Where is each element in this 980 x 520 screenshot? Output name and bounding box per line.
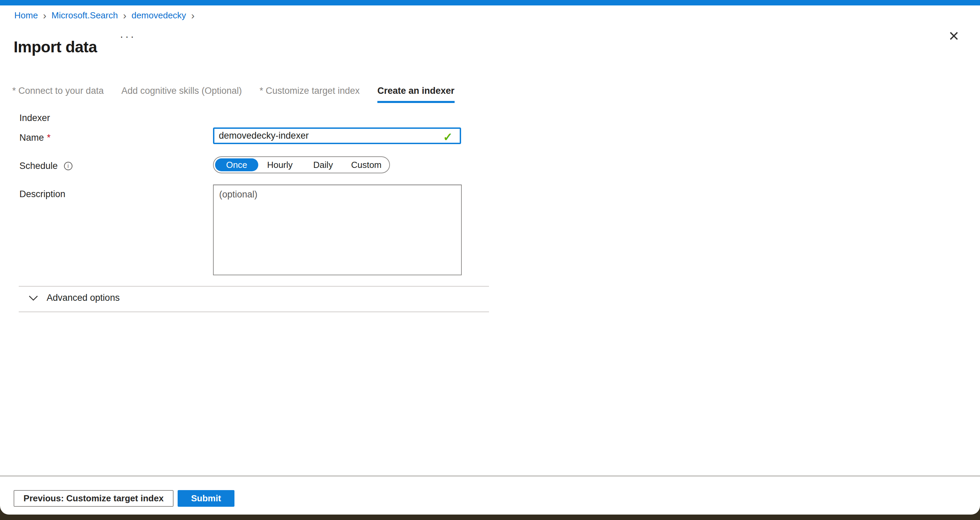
wizard-tabs: * Connect to your data Add cognitive ski… (12, 86, 455, 103)
breadcrumb-separator-icon: › (123, 11, 126, 20)
footer-divider (0, 476, 980, 477)
breadcrumb-home-link[interactable]: Home (14, 10, 38, 21)
schedule-option-daily[interactable]: Daily (301, 159, 345, 171)
schedule-option-once[interactable]: Once (215, 159, 258, 171)
tab-create-an-indexer[interactable]: Create an indexer (377, 86, 455, 103)
tab-customize-target-index[interactable]: * Customize target index (259, 86, 360, 103)
schedule-label-text: Schedule (19, 161, 58, 171)
import-data-dialog: Home › Microsoft.Search › demovedecky › … (0, 0, 980, 515)
advanced-options-label: Advanced options (47, 293, 120, 303)
divider (19, 286, 489, 287)
description-label-text: Description (19, 189, 65, 200)
breadcrumb-separator-icon: › (43, 11, 46, 20)
breadcrumb: Home › Microsoft.Search › demovedecky › (14, 10, 195, 21)
indexer-section-title: Indexer (19, 113, 50, 124)
schedule-label: Schedule i (19, 161, 73, 171)
indexer-name-input[interactable] (213, 127, 461, 144)
tab-connect-to-your-data[interactable]: * Connect to your data (12, 86, 104, 103)
tab-add-cognitive-skills[interactable]: Add cognitive skills (Optional) (121, 86, 242, 103)
submit-button[interactable]: Submit (178, 490, 234, 507)
divider (19, 311, 489, 312)
schedule-option-hourly[interactable]: Hourly (258, 159, 301, 171)
portal-accent-bar (0, 0, 980, 5)
name-label: Name * (19, 133, 51, 143)
description-textarea[interactable] (213, 185, 462, 275)
page-title: Import data (14, 38, 97, 56)
description-label: Description (19, 189, 65, 200)
schedule-option-custom[interactable]: Custom (345, 159, 388, 171)
schedule-segmented-control: Once Hourly Daily Custom (213, 156, 390, 173)
close-icon[interactable]: × (947, 27, 961, 45)
breadcrumb-separator-icon: › (191, 11, 195, 20)
info-icon[interactable]: i (64, 162, 73, 170)
breadcrumb-microsoft-search-link[interactable]: Microsoft.Search (51, 10, 118, 21)
chevron-down-icon (28, 295, 38, 301)
breadcrumb-demovedecky-link[interactable]: demovedecky (131, 10, 186, 21)
name-label-text: Name (19, 133, 44, 143)
valid-check-icon: ✓ (443, 130, 453, 144)
required-asterisk: * (47, 133, 51, 143)
more-options-icon[interactable]: ··· (118, 30, 138, 43)
previous-step-button[interactable]: Previous: Customize target index (14, 490, 173, 507)
advanced-options-toggle[interactable]: Advanced options (26, 292, 122, 303)
